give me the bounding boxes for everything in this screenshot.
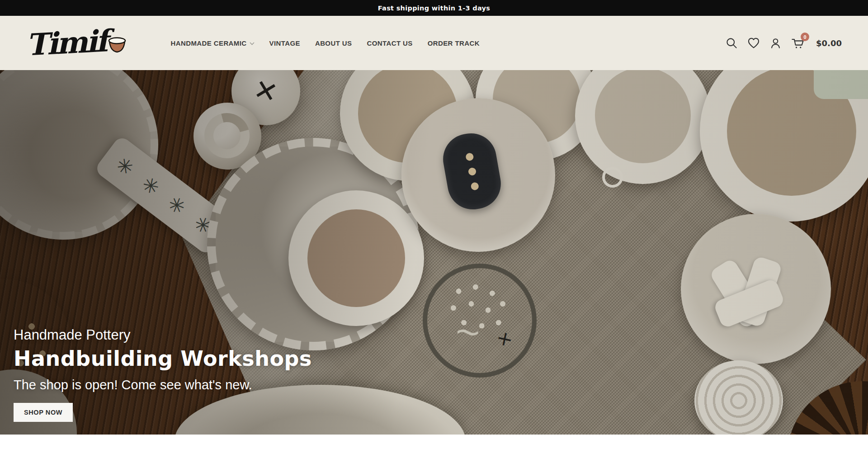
nav-handmade-ceramic[interactable]: Handmade Ceramic <box>170 39 254 47</box>
hero-banner: ✕ ✳✳✳✳ ~ + <box>0 70 868 435</box>
hero-title: Handbuilding Workshops <box>14 346 312 371</box>
chevron-down-icon <box>250 42 255 45</box>
hero-subtitle: Handmade Pottery <box>14 327 312 343</box>
nav-order-track[interactable]: Order Track <box>428 39 480 47</box>
wishlist-button[interactable] <box>747 37 760 49</box>
site-header: Fast shipping within 1-3 days Timif Hand… <box>0 0 868 70</box>
pottery-cup-icon <box>107 36 127 54</box>
nav-contact-us[interactable]: Contact Us <box>367 39 412 47</box>
shop-now-button[interactable]: SHOP NOW <box>14 403 73 422</box>
account-button[interactable] <box>769 37 782 49</box>
cart-total[interactable]: $0.00 <box>816 38 842 48</box>
search-button[interactable] <box>726 37 738 49</box>
header-main: Timif Handmade Ceramic Vintage About Us … <box>0 16 868 70</box>
cart-count-badge: 0 <box>801 33 809 41</box>
logo-text: Timif <box>25 26 107 60</box>
logo[interactable]: Timif <box>26 28 127 58</box>
user-icon <box>769 37 782 49</box>
announcement-text: Fast shipping within 1-3 days <box>378 5 491 12</box>
search-icon <box>726 37 738 49</box>
nav-about-us[interactable]: About Us <box>315 39 352 47</box>
nav-vintage[interactable]: Vintage <box>269 39 300 47</box>
heart-icon <box>747 37 760 49</box>
main-nav: Handmade Ceramic Vintage About Us Contac… <box>170 39 479 47</box>
cart-button[interactable]: 0 <box>791 37 805 49</box>
announcement-bar: Fast shipping within 1-3 days <box>0 0 868 16</box>
header-actions: 0 $0.00 <box>726 37 842 49</box>
hero-tagline: The shop is open! Come see what's new. <box>14 378 312 392</box>
hero-caption: Handmade Pottery Handbuilding Workshops … <box>14 327 312 422</box>
